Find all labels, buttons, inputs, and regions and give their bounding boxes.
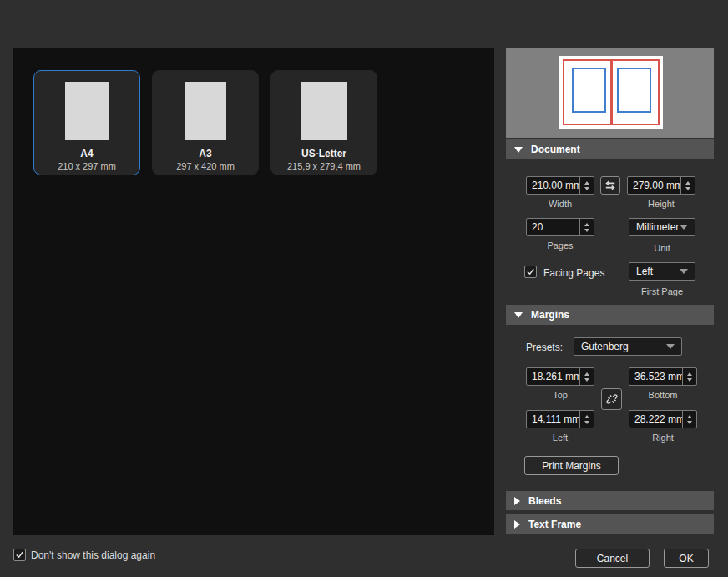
template-card-a3[interactable]: A3 297 x 420 mm <box>152 70 259 175</box>
dont-show-again-label: Don't show this dialog again <box>31 549 155 561</box>
template-row: A4 210 x 297 mm A3 297 x 420 mm US-Lette… <box>13 48 494 175</box>
check-icon <box>526 267 535 276</box>
margin-top-spinbox[interactable] <box>526 367 594 386</box>
margin-bottom-spinner-buttons[interactable] <box>682 368 696 385</box>
width-input[interactable] <box>527 177 579 194</box>
spin-down-icon[interactable] <box>584 378 589 382</box>
spine-line <box>610 59 613 125</box>
triangle-down-icon <box>514 312 523 318</box>
spin-up-icon[interactable] <box>687 415 692 418</box>
spin-down-icon[interactable] <box>687 378 692 382</box>
margin-bottom-spinbox[interactable] <box>629 367 697 386</box>
left-page-margins <box>572 68 606 113</box>
margin-left-input[interactable] <box>527 411 579 428</box>
template-size: 215,9 x 279,4 mm <box>287 161 361 171</box>
width-spinbox[interactable] <box>526 176 594 195</box>
print-margins-button[interactable]: Print Margins <box>524 456 619 475</box>
margin-right-input[interactable] <box>629 411 682 428</box>
unit-value: Millimeter <box>636 221 679 233</box>
broken-chain-icon <box>606 393 618 405</box>
template-name: A3 <box>199 148 211 159</box>
template-name: US-Letter <box>301 148 346 159</box>
template-panel: A4 210 x 297 mm A3 297 x 420 mm US-Lette… <box>13 48 494 535</box>
unit-dropdown[interactable]: Millimeter <box>629 218 695 236</box>
section-header-text-frame[interactable]: Text Frame <box>506 514 714 534</box>
width-label: Width <box>526 199 594 209</box>
spin-down-icon[interactable] <box>687 421 692 424</box>
section-label: Margins <box>531 309 569 321</box>
pages-input[interactable] <box>527 219 579 235</box>
spread-preview <box>559 56 663 129</box>
margin-top-input[interactable] <box>527 368 579 385</box>
template-card-a4[interactable]: A4 210 x 297 mm <box>33 70 140 175</box>
spin-up-icon[interactable] <box>584 223 589 226</box>
section-header-bleeds[interactable]: Bleeds <box>506 491 714 510</box>
height-spinbox[interactable] <box>627 176 695 195</box>
pages-spinbox[interactable] <box>526 218 594 236</box>
height-label: Height <box>627 199 695 209</box>
chevron-down-icon <box>680 225 688 230</box>
section-header-margins[interactable]: Margins <box>506 305 714 325</box>
first-page-value: Left <box>636 266 653 277</box>
first-page-label: First Page <box>629 286 695 296</box>
presets-value: Gutenberg <box>581 341 629 352</box>
spin-down-icon[interactable] <box>584 421 589 424</box>
first-page-dropdown[interactable]: Left <box>629 262 695 281</box>
margin-bottom-label: Bottom <box>629 390 697 400</box>
chevron-down-icon <box>680 269 688 274</box>
margin-top-spinner-buttons[interactable] <box>579 368 594 385</box>
section-label: Bleeds <box>528 495 561 507</box>
page-layout-preview <box>506 48 714 138</box>
link-margins-button[interactable] <box>601 388 622 410</box>
section-header-document[interactable]: Document <box>506 139 714 159</box>
chevron-down-icon <box>666 344 675 349</box>
facing-pages-label: Facing Pages <box>543 267 604 279</box>
template-card-us-letter[interactable]: US-Letter 215,9 x 279,4 mm <box>270 70 377 175</box>
spin-down-icon[interactable] <box>685 187 690 190</box>
margin-left-label: Left <box>526 433 594 443</box>
template-name: A4 <box>80 148 93 159</box>
presets-label: Presets: <box>526 342 563 353</box>
pages-label: Pages <box>526 240 594 251</box>
ok-button[interactable]: OK <box>664 549 709 568</box>
triangle-right-icon <box>514 497 520 505</box>
template-size: 210 x 297 mm <box>58 161 116 171</box>
spin-up-icon[interactable] <box>584 181 589 185</box>
page-outline <box>563 59 660 125</box>
spin-down-icon[interactable] <box>584 187 589 190</box>
page-thumbnail <box>65 82 109 140</box>
height-spinner-buttons[interactable] <box>680 177 695 194</box>
spin-up-icon[interactable] <box>685 181 690 185</box>
template-size: 297 x 420 mm <box>176 161 235 171</box>
cancel-button[interactable]: Cancel <box>575 549 650 568</box>
triangle-right-icon <box>514 520 520 529</box>
margin-top-label: Top <box>526 390 594 400</box>
presets-dropdown[interactable]: Gutenberg <box>574 337 682 356</box>
spin-down-icon[interactable] <box>584 229 589 232</box>
pages-spinner-buttons[interactable] <box>579 219 594 235</box>
margin-right-spinbox[interactable] <box>629 410 697 428</box>
margin-right-spinner-buttons[interactable] <box>682 411 696 428</box>
section-label: Document <box>531 144 580 155</box>
right-page-margins <box>617 68 651 113</box>
spin-up-icon[interactable] <box>687 372 692 376</box>
check-icon <box>15 550 24 559</box>
margin-left-spinner-buttons[interactable] <box>579 411 594 428</box>
margin-bottom-input[interactable] <box>629 368 682 385</box>
section-label: Text Frame <box>528 519 581 530</box>
new-document-dialog: A4 210 x 297 mm A3 297 x 420 mm US-Lette… <box>0 0 728 577</box>
dont-show-again-checkbox[interactable] <box>13 549 26 561</box>
margin-right-label: Right <box>629 433 697 443</box>
spin-up-icon[interactable] <box>584 372 589 376</box>
triangle-down-icon <box>514 147 523 153</box>
page-thumbnail <box>185 82 226 140</box>
unit-label: Unit <box>629 243 695 253</box>
spin-up-icon[interactable] <box>584 415 589 418</box>
width-spinner-buttons[interactable] <box>579 177 594 194</box>
facing-pages-checkbox[interactable] <box>524 266 537 278</box>
swap-arrows-icon <box>604 180 616 191</box>
height-input[interactable] <box>628 177 680 194</box>
swap-dimensions-button[interactable] <box>600 176 620 195</box>
page-thumbnail <box>301 82 347 140</box>
margin-left-spinbox[interactable] <box>526 410 594 428</box>
